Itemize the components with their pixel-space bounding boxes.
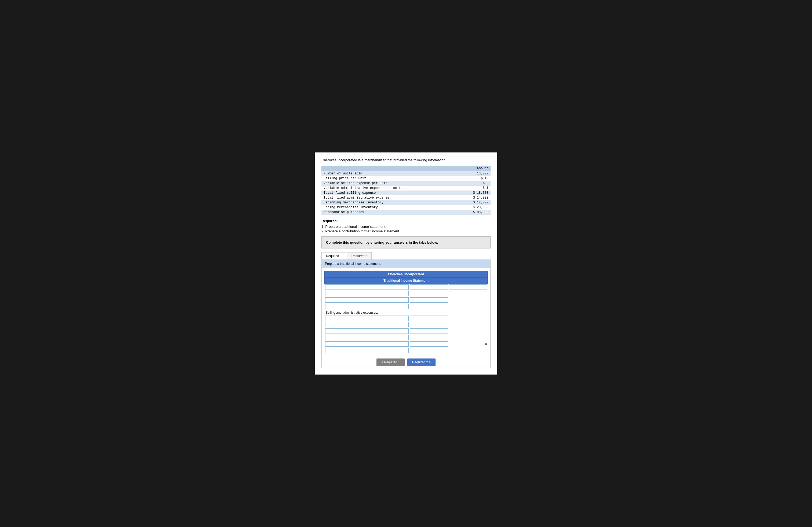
forward-button[interactable]: Required 2 > bbox=[407, 359, 436, 366]
data-table-row-label: Number of units sold bbox=[321, 171, 423, 176]
required-title: Required: bbox=[321, 219, 491, 223]
data-table-row-value: $ 1 bbox=[423, 186, 491, 191]
data-table-row-label: Ending merchandise inventory bbox=[321, 205, 423, 210]
input-col2-8[interactable] bbox=[410, 335, 448, 340]
required-section: Required: 1. Prepare a traditional incom… bbox=[321, 219, 491, 233]
input-label-10[interactable] bbox=[325, 348, 409, 353]
data-table-label-header bbox=[321, 166, 423, 171]
zero-value-cell: 0 bbox=[448, 341, 488, 347]
data-table-row-label: Variable administrative expense per unit bbox=[321, 186, 423, 191]
input-row-1 bbox=[325, 284, 488, 291]
input-col2-9[interactable] bbox=[410, 341, 448, 347]
data-table-row-label: Total fixed selling expense bbox=[321, 191, 423, 195]
data-table-row-value: $ 88,000 bbox=[423, 210, 491, 215]
input-label-3[interactable] bbox=[325, 297, 409, 303]
statement-title-row: Traditional Income Statement bbox=[325, 278, 488, 284]
statement-table: Cherokee, Incorporated Traditional Incom… bbox=[324, 271, 488, 353]
data-table-amount-header: Amount bbox=[423, 166, 491, 171]
company-name-cell: Cherokee, Incorporated bbox=[325, 271, 488, 278]
data-table-row-label: Variable selling expense per unit bbox=[321, 181, 423, 186]
input-row-3 bbox=[325, 297, 488, 303]
data-table-row-label: Merchandise purchases bbox=[321, 210, 423, 215]
company-name-row: Cherokee, Incorporated bbox=[325, 271, 488, 278]
complete-box: Complete this question by entering your … bbox=[321, 236, 491, 249]
input-row-6 bbox=[325, 321, 488, 328]
input-col2-1[interactable] bbox=[410, 284, 448, 290]
data-table-row-value: $ 2 bbox=[423, 181, 491, 186]
intro-text: Cherokee Incorporated is a merchandiser … bbox=[321, 158, 491, 162]
input-col3-10[interactable] bbox=[449, 348, 487, 353]
section-label-row: Selling and administrative expenses: bbox=[325, 310, 488, 315]
input-col2-5[interactable] bbox=[410, 316, 448, 321]
tab-required-1[interactable]: Required 1 bbox=[321, 252, 346, 259]
input-col3-4[interactable] bbox=[449, 304, 487, 309]
section-label-cell: Selling and administrative expenses: bbox=[325, 310, 488, 315]
input-label-6[interactable] bbox=[325, 322, 409, 327]
tab-content-area: Prepare a traditional income statement. … bbox=[321, 260, 491, 368]
data-table-row: Variable selling expense per unit$ 2 bbox=[321, 181, 491, 186]
data-table-row: Number of units sold13,000 bbox=[321, 171, 491, 176]
input-row-4 bbox=[325, 303, 488, 310]
data-table-row-label: Selling price per unit bbox=[321, 176, 423, 181]
back-button[interactable]: < Required 1 bbox=[376, 359, 405, 366]
input-row-9: 0 bbox=[325, 341, 488, 347]
input-label-2[interactable] bbox=[325, 291, 409, 296]
page-container: Cherokee Incorporated is a merchandiser … bbox=[315, 152, 497, 375]
input-label-4[interactable] bbox=[325, 304, 409, 309]
input-col2-3[interactable] bbox=[410, 297, 448, 303]
data-table-row-value: $ 18,000 bbox=[423, 191, 491, 195]
data-table-row: Ending merchandise inventory$ 23,000 bbox=[321, 205, 491, 210]
required-item: 1. Prepare a traditional income statemen… bbox=[321, 225, 491, 229]
data-table-row-value: $ 23,000 bbox=[423, 205, 491, 210]
data-table-row-value: $ 12,000 bbox=[423, 200, 491, 205]
tab-instruction: Prepare a traditional income statement. bbox=[322, 260, 490, 268]
tab-required-2[interactable]: Required 2 bbox=[347, 252, 372, 259]
input-row-10 bbox=[325, 347, 488, 353]
statement-title-cell: Traditional Income Statement bbox=[325, 278, 488, 284]
data-table-row: Merchandise purchases$ 88,000 bbox=[321, 210, 491, 215]
data-table-row-value: $ 18 bbox=[423, 176, 491, 181]
data-table-row: Total fixed administrative expense$ 14,0… bbox=[321, 195, 491, 200]
data-table-row-value: 13,000 bbox=[423, 171, 491, 176]
required-item: 2. Prepare a contribution format income … bbox=[321, 229, 491, 233]
input-col3-1[interactable] bbox=[449, 284, 487, 290]
data-table-row-label: Total fixed administrative expense bbox=[321, 195, 423, 200]
data-table-row-label: Beginning merchandise inventory bbox=[321, 200, 423, 205]
tabs-row: Required 1 Required 2 bbox=[321, 252, 491, 260]
input-row-7 bbox=[325, 328, 488, 334]
input-row-2 bbox=[325, 290, 488, 297]
input-label-5[interactable] bbox=[325, 316, 409, 321]
data-table-row: Beginning merchandise inventory$ 12,000 bbox=[321, 200, 491, 205]
input-col2-2[interactable] bbox=[410, 291, 448, 296]
statement-table-container: Cherokee, Incorporated Traditional Incom… bbox=[322, 268, 490, 356]
input-label-9[interactable] bbox=[325, 341, 409, 347]
input-label-7[interactable] bbox=[325, 328, 409, 334]
input-col2-6[interactable] bbox=[410, 322, 448, 327]
data-table-row-value: $ 14,000 bbox=[423, 195, 491, 200]
input-col3-2[interactable] bbox=[449, 291, 487, 296]
data-table: Amount Number of units sold13,000Selling… bbox=[321, 166, 491, 215]
nav-buttons: < Required 1 Required 2 > bbox=[322, 356, 490, 367]
data-table-row: Selling price per unit$ 18 bbox=[321, 176, 491, 181]
input-col2-7[interactable] bbox=[410, 328, 448, 334]
data-table-row: Total fixed selling expense$ 18,000 bbox=[321, 191, 491, 195]
input-row-5 bbox=[325, 315, 488, 321]
input-row-8 bbox=[325, 334, 488, 341]
input-label-8[interactable] bbox=[325, 335, 409, 340]
data-table-row: Variable administrative expense per unit… bbox=[321, 186, 491, 191]
input-label-1[interactable] bbox=[325, 284, 409, 290]
